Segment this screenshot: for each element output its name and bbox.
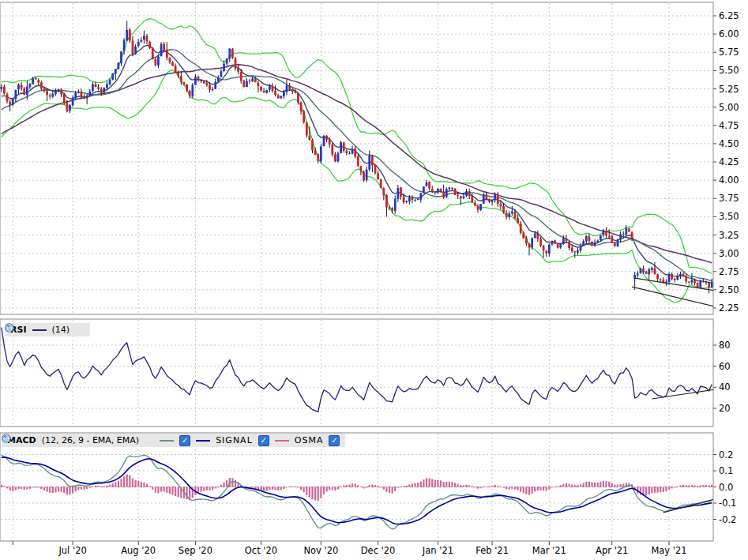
candle-down bbox=[631, 232, 633, 239]
osma-bar bbox=[26, 487, 28, 490]
candle-down bbox=[682, 274, 685, 276]
osma-checkbox[interactable]: ✓ bbox=[329, 435, 340, 446]
candle-down bbox=[177, 73, 179, 76]
candle-up bbox=[217, 77, 220, 81]
osma-bar bbox=[75, 487, 77, 492]
osma-bar bbox=[46, 487, 47, 492]
osma-bar bbox=[49, 487, 51, 493]
rsi-ytick-label: 20 bbox=[719, 403, 731, 414]
osma-legend-label: OSMA bbox=[295, 435, 324, 445]
price-ytick-label: 3.75 bbox=[719, 193, 739, 204]
candle-down bbox=[291, 89, 294, 92]
candle-down bbox=[300, 103, 303, 111]
rsi-ytick-label: 40 bbox=[719, 381, 731, 393]
osma-bar bbox=[15, 487, 17, 490]
x-axis-month-label: Feb '21 bbox=[475, 545, 509, 556]
candle-down bbox=[325, 136, 328, 140]
bollinger-lower-band bbox=[2, 70, 712, 303]
osma-bar bbox=[608, 482, 610, 487]
globe-icon[interactable] bbox=[145, 436, 154, 445]
candle-down bbox=[660, 280, 662, 280]
x-axis-month-label: Apr '21 bbox=[596, 545, 628, 556]
candle-down bbox=[203, 81, 205, 84]
candle-down bbox=[311, 140, 314, 150]
osma-bar bbox=[429, 478, 430, 487]
candle-down bbox=[81, 92, 83, 96]
candle-down bbox=[502, 206, 505, 212]
osma-bar bbox=[580, 484, 581, 487]
candle-up bbox=[619, 234, 622, 239]
macd-line-checkbox[interactable]: ✓ bbox=[179, 435, 190, 446]
candle-down bbox=[40, 82, 43, 88]
candle-down bbox=[345, 151, 348, 153]
osma-bar bbox=[103, 486, 105, 487]
candle-down bbox=[343, 143, 345, 151]
candle-down bbox=[460, 197, 462, 199]
candle-up bbox=[580, 246, 582, 250]
osma-bar bbox=[594, 483, 596, 487]
osma-bar bbox=[112, 483, 114, 487]
rsi-border bbox=[0, 319, 713, 427]
candle-down bbox=[205, 83, 208, 85]
candle-up bbox=[0, 87, 2, 89]
macd-panel: 0.20.10.0-0.1-0.2 bbox=[0, 433, 736, 541]
osma-bar bbox=[323, 487, 325, 494]
candle-up bbox=[58, 89, 60, 91]
x-axis-month-label: Jan '21 bbox=[422, 545, 453, 556]
candle-down bbox=[21, 85, 23, 88]
candle-down bbox=[331, 145, 333, 155]
candle-up bbox=[562, 239, 565, 244]
candle-up bbox=[194, 77, 197, 85]
candle-down bbox=[317, 155, 319, 161]
candle-down bbox=[306, 122, 308, 135]
osma-bar bbox=[537, 487, 539, 491]
candle-down bbox=[132, 41, 134, 54]
candle-down bbox=[514, 212, 517, 218]
macd-ytick-label: 0.0 bbox=[719, 482, 733, 493]
candle-down bbox=[334, 154, 336, 161]
candle-up bbox=[103, 88, 105, 92]
candle-up bbox=[534, 234, 536, 238]
candle-up bbox=[397, 188, 399, 199]
globe-icon[interactable] bbox=[75, 325, 85, 335]
osma-bar bbox=[605, 481, 607, 487]
candle-down bbox=[506, 213, 508, 217]
candle-up bbox=[414, 200, 416, 201]
osma-bar bbox=[532, 487, 533, 494]
candle-up bbox=[251, 78, 254, 81]
candle-down bbox=[277, 96, 280, 99]
osma-bar bbox=[21, 487, 22, 490]
osma-bar bbox=[334, 487, 336, 491]
candle-up bbox=[348, 153, 351, 154]
osma-bar bbox=[171, 487, 173, 495]
osma-bar bbox=[417, 483, 419, 487]
osma-bar bbox=[523, 487, 524, 494]
price-border bbox=[0, 2, 713, 314]
macd-ytick-label: -0.2 bbox=[719, 514, 736, 525]
signal-checkbox[interactable]: ✓ bbox=[258, 435, 269, 446]
candle-up bbox=[12, 99, 14, 105]
candle-down bbox=[588, 236, 590, 241]
candle-down bbox=[434, 192, 436, 193]
osma-bar bbox=[12, 487, 13, 491]
candle-up bbox=[368, 156, 370, 170]
osma-bar bbox=[600, 482, 601, 487]
osma-bar bbox=[306, 487, 307, 496]
osma-bar bbox=[520, 487, 521, 492]
candle-down bbox=[391, 208, 393, 210]
candle-up bbox=[88, 92, 91, 96]
osma-bar bbox=[157, 487, 159, 494]
price-ytick-label: 5.75 bbox=[719, 47, 739, 58]
osma-bar bbox=[325, 487, 327, 492]
fast-ema-line bbox=[2, 45, 712, 283]
candle-down bbox=[189, 91, 191, 96]
candle-up bbox=[29, 84, 32, 87]
x-axis-month-label: Aug '20 bbox=[121, 545, 156, 556]
osma-bar bbox=[648, 487, 650, 495]
candle-down bbox=[235, 58, 237, 69]
candle-up bbox=[596, 241, 599, 242]
candle-down bbox=[163, 44, 165, 50]
osma-bar bbox=[63, 487, 65, 494]
rsi-params: (14) bbox=[52, 325, 70, 335]
candle-down bbox=[382, 188, 385, 195]
